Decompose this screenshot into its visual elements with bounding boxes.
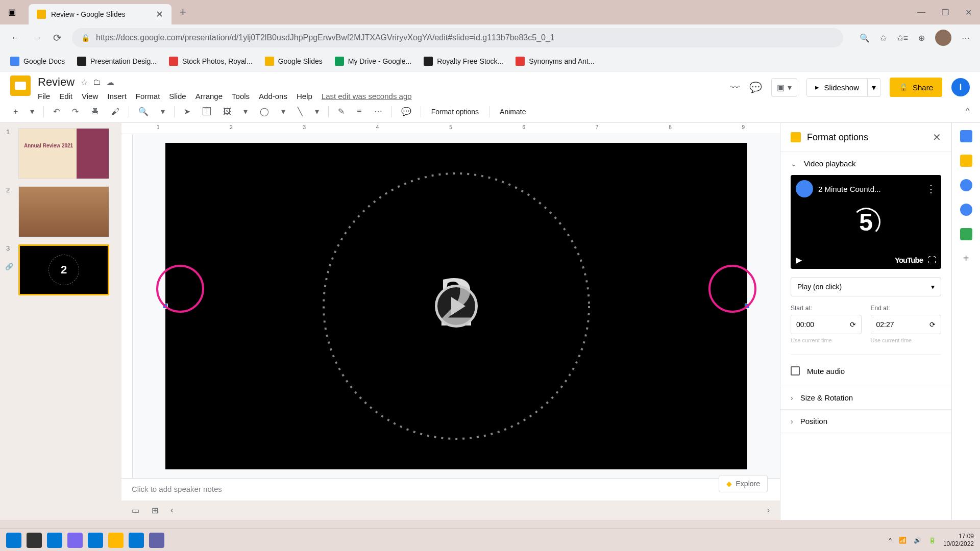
reload-button[interactable]: ⟳: [53, 32, 62, 44]
volume-icon[interactable]: 🔊: [914, 537, 921, 544]
position-section-header[interactable]: › Position: [780, 410, 951, 433]
slide-thumbnail-1[interactable]: Annual Review 2021: [18, 128, 109, 179]
outlook-icon[interactable]: [129, 533, 144, 548]
new-slide-dropdown[interactable]: ▾: [27, 104, 37, 119]
window-close-button[interactable]: ✕: [965, 8, 972, 17]
filmstrip-toggle[interactable]: ‹: [170, 506, 173, 515]
start-time-input[interactable]: 00:00 ⟳: [791, 315, 862, 334]
tasks-icon[interactable]: [960, 179, 972, 191]
shape-tool[interactable]: ◯: [257, 104, 272, 119]
maps-icon[interactable]: [960, 228, 972, 240]
border-dash-button[interactable]: ⋯: [371, 104, 385, 119]
speaker-notes[interactable]: Click to add speaker notes: [121, 478, 780, 500]
menu-insert[interactable]: Insert: [107, 92, 127, 101]
account-avatar[interactable]: I: [951, 78, 970, 96]
next-button[interactable]: ›: [767, 506, 770, 515]
shape-dropdown[interactable]: ▾: [278, 104, 288, 119]
new-slide-button[interactable]: +: [10, 104, 21, 119]
star-icon[interactable]: ☆: [81, 78, 88, 87]
menu-arrange[interactable]: Arrange: [195, 92, 223, 101]
slide-canvas[interactable]: 2: [133, 134, 780, 478]
line-dropdown[interactable]: ▾: [312, 104, 322, 119]
wifi-icon[interactable]: 📶: [899, 537, 906, 544]
clock[interactable]: 17:09 10/02/2022: [943, 533, 974, 547]
bookmark-item[interactable]: Stock Photos, Royal...: [169, 57, 253, 66]
browser-menu-icon[interactable]: ⋯: [962, 33, 970, 43]
fullscreen-icon[interactable]: ⛶: [928, 256, 936, 265]
search-button[interactable]: [27, 533, 42, 548]
explore-button[interactable]: ◆ Explore: [719, 475, 768, 492]
browser-tab[interactable]: Review - Google Slides ✕: [29, 4, 172, 24]
profile-avatar[interactable]: [935, 30, 951, 46]
print-button[interactable]: 🖶: [88, 104, 102, 119]
keep-icon[interactable]: [960, 155, 972, 167]
start-button[interactable]: [6, 533, 21, 548]
menu-file[interactable]: File: [38, 92, 50, 101]
preview-play-button[interactable]: ▶: [796, 255, 802, 265]
play-button[interactable]: [435, 285, 478, 328]
border-weight-button[interactable]: ≡: [354, 104, 364, 119]
menu-edit[interactable]: Edit: [59, 92, 72, 101]
use-current-end[interactable]: Use current time: [871, 337, 942, 343]
filmstrip[interactable]: 1 Annual Review 2021 2 3 🔗 2: [0, 123, 121, 520]
new-tab-button[interactable]: +: [180, 6, 186, 19]
size-rotation-section-header[interactable]: › Size & Rotation: [780, 386, 951, 409]
back-button[interactable]: ←: [10, 31, 21, 44]
animate-button[interactable]: Animate: [496, 106, 530, 118]
bookmark-star-icon[interactable]: ✩: [880, 33, 887, 43]
minimize-button[interactable]: —: [917, 8, 925, 17]
format-options-button[interactable]: Format options: [427, 106, 483, 118]
tab-close-icon[interactable]: ✕: [156, 9, 163, 20]
zoom-icon[interactable]: 🔍: [860, 33, 870, 43]
slide-thumbnail-2[interactable]: [18, 186, 109, 237]
address-bar[interactable]: 🔒 https://docs.google.com/presentation/d…: [72, 28, 843, 47]
end-time-input[interactable]: 02:27 ⟳: [871, 315, 942, 334]
grid-view-button[interactable]: ⊞: [152, 506, 158, 515]
edge-icon[interactable]: [88, 533, 103, 548]
video-preview[interactable]: 2 Minute Countd... ⋮ 5 ▶ YouTube ⛶: [791, 175, 941, 269]
bookmark-item[interactable]: Presentation Desig...: [77, 57, 157, 66]
select-tool[interactable]: ➤: [181, 104, 193, 119]
play-mode-select[interactable]: Play (on click) ▾: [791, 277, 941, 296]
refresh-icon[interactable]: ⟳: [850, 320, 856, 329]
undo-button[interactable]: ↶: [50, 104, 63, 119]
tray-expand-icon[interactable]: ^: [889, 537, 892, 544]
notes-view-button[interactable]: ▭: [132, 506, 139, 515]
explorer-icon[interactable]: [108, 533, 124, 548]
line-tool[interactable]: ╲: [295, 104, 306, 119]
slideshow-dropdown[interactable]: ▾: [868, 78, 880, 97]
textbox-tool[interactable]: 🅃: [200, 104, 214, 119]
collapse-toolbar-button[interactable]: ^: [966, 106, 970, 117]
border-color-button[interactable]: ✎: [335, 104, 348, 119]
menu-view[interactable]: View: [82, 92, 98, 101]
image-tool[interactable]: 🖼: [220, 104, 234, 119]
teams-icon[interactable]: [149, 533, 164, 548]
menu-help[interactable]: Help: [297, 92, 312, 101]
refresh-icon[interactable]: ⟳: [929, 320, 936, 329]
slide-thumbnail-3[interactable]: 2: [18, 244, 109, 295]
contacts-icon[interactable]: [960, 204, 972, 216]
zoom-button[interactable]: 🔍: [135, 104, 152, 119]
share-button[interactable]: 🔒Share: [890, 78, 942, 97]
collections-icon[interactable]: ⊕: [918, 33, 925, 43]
cloud-status-icon[interactable]: ☁: [106, 78, 114, 87]
mute-audio-checkbox[interactable]: [791, 366, 800, 375]
forward-button[interactable]: →: [32, 31, 43, 44]
bookmark-item[interactable]: Synonyms and Ant...: [516, 57, 594, 66]
task-view-button[interactable]: [47, 533, 62, 548]
image-dropdown[interactable]: ▾: [240, 104, 251, 119]
battery-icon[interactable]: 🔋: [928, 537, 936, 544]
menu-format[interactable]: Format: [136, 92, 160, 101]
bookmark-item[interactable]: Google Slides: [265, 57, 323, 66]
slideshow-button[interactable]: ▸Slideshow: [806, 78, 868, 97]
close-panel-button[interactable]: ✕: [933, 131, 941, 143]
maximize-button[interactable]: ❐: [942, 8, 949, 17]
comment-history-icon[interactable]: 💬: [749, 81, 762, 93]
bookmark-item[interactable]: Royalty Free Stock...: [424, 57, 503, 66]
comment-button[interactable]: 💬: [398, 104, 414, 119]
slides-logo-icon[interactable]: [10, 76, 31, 96]
video-object[interactable]: 2: [165, 143, 747, 469]
add-addon-button[interactable]: +: [963, 253, 969, 264]
bookmark-item[interactable]: Google Docs: [10, 57, 65, 66]
favorites-icon[interactable]: ✩≡: [897, 33, 908, 43]
